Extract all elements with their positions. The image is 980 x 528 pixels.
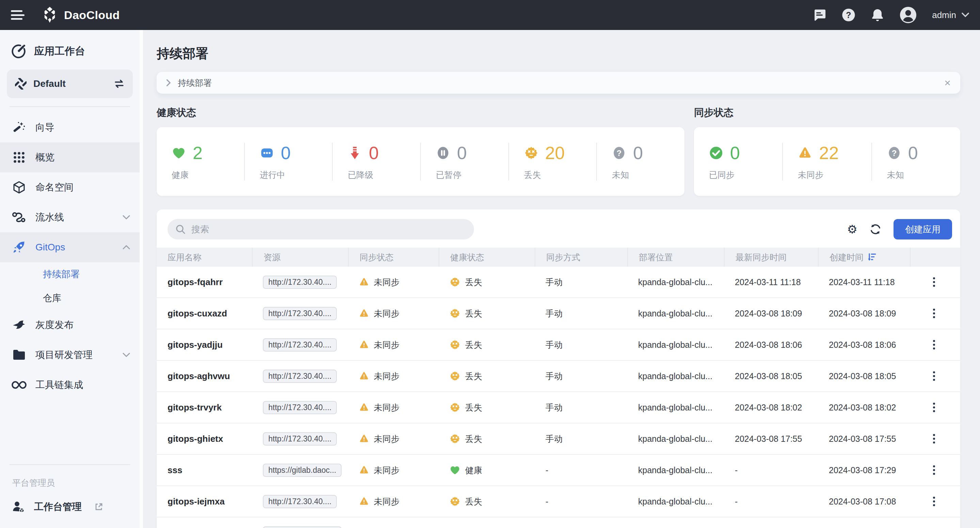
kebab-menu-icon[interactable]: [930, 306, 938, 321]
user-menu[interactable]: admin: [932, 10, 969, 21]
resource-tag[interactable]: http://172.30.40....: [263, 307, 337, 320]
gear-icon[interactable]: ⚙: [847, 223, 858, 235]
sidebar-item-灰度发布[interactable]: 灰度发布: [0, 310, 140, 340]
app-name[interactable]: gitops-fqahrr: [157, 267, 252, 297]
last-sync-time: 2024-03-08 18:05: [724, 361, 818, 391]
sidebar-item-概览[interactable]: 概览: [0, 142, 140, 172]
avatar[interactable]: [899, 6, 917, 24]
kebab-menu-icon[interactable]: [930, 463, 938, 478]
app-name[interactable]: gitops-cuxazd: [157, 298, 252, 329]
stat-value: 0: [369, 143, 379, 163]
workbench-icon: [11, 44, 26, 59]
sidebar-item-label: GitOps: [35, 242, 114, 253]
column-header-资源: 资源: [252, 248, 348, 267]
resource-tag[interactable]: https://gitlab.daoc...: [263, 526, 342, 528]
resource-tag[interactable]: http://172.30.40....: [263, 370, 337, 383]
close-icon[interactable]: ×: [944, 77, 951, 88]
breadcrumb-item[interactable]: 持续部署: [178, 77, 212, 89]
sidebar-item-label: 工具链集成: [35, 378, 130, 391]
chevron-down-icon: [123, 215, 130, 220]
stat-value: 0: [730, 143, 740, 163]
resource-tag[interactable]: http://172.30.40....: [263, 338, 337, 351]
heart-icon: [449, 465, 460, 475]
create-app-button[interactable]: 创建应用: [894, 219, 952, 239]
app-name[interactable]: sss: [157, 455, 252, 485]
sidebar-subitem-持续部署[interactable]: 持续部署: [0, 262, 140, 286]
app-name[interactable]: gitops-iejmxa: [157, 486, 252, 517]
resource-tag[interactable]: http://172.30.40....: [263, 432, 337, 445]
table-row[interactable]: gitops-dixgylhttps://gitlab.daoc...未同步丢失…: [157, 517, 960, 528]
sidebar-item-命名空间[interactable]: 命名空间: [0, 172, 140, 203]
sort-descending-icon[interactable]: [868, 253, 877, 262]
bell-icon[interactable]: [871, 8, 884, 22]
role-label: 平台管理员: [0, 471, 140, 493]
table-header: 应用名称资源同步状态健康状态同步方式部署位置最新同步时间创建时间: [157, 248, 960, 267]
lost-icon: [449, 308, 460, 319]
table-row[interactable]: gitops-trvyrkhttp://172.30.40....未同步丢失手动…: [157, 392, 960, 423]
app-name[interactable]: gitops-dixgyl: [157, 517, 252, 528]
resource-tag[interactable]: https://gitlab.daoc...: [263, 464, 342, 477]
column-header-创建时间: 创建时间: [818, 248, 910, 267]
column-header-actions: [910, 248, 960, 267]
stat-未知: ?0未知: [871, 143, 960, 180]
kebab-menu-icon[interactable]: [930, 431, 938, 446]
sidebar-subitem-仓库[interactable]: 仓库: [0, 286, 140, 310]
chevron-up-icon: [123, 245, 130, 250]
search-input[interactable]: [190, 223, 466, 235]
chat-icon[interactable]: [813, 8, 826, 22]
kebab-menu-icon[interactable]: [930, 368, 938, 384]
sidebar-item-workbench-manage[interactable]: 工作台管理: [0, 493, 140, 521]
sidebar-item-GitOps[interactable]: GitOps: [0, 232, 140, 262]
sidebar-item-向导[interactable]: 向导: [0, 112, 140, 142]
health-status-label: 健康: [465, 465, 482, 476]
table-row[interactable]: gitops-ghietxhttp://172.30.40....未同步丢失手动…: [157, 423, 960, 455]
resource-tag[interactable]: http://172.30.40....: [263, 401, 337, 414]
resource-tag[interactable]: http://172.30.40....: [263, 276, 337, 289]
question-icon: ?: [612, 146, 626, 160]
help-icon[interactable]: ?: [842, 8, 856, 22]
column-label: 应用名称: [167, 252, 202, 263]
kebab-menu-icon[interactable]: [930, 337, 938, 352]
folder-icon: [11, 348, 27, 362]
table-row[interactable]: gitops-cuxazdhttp://172.30.40....未同步丢失手动…: [157, 298, 960, 329]
deploy-location: kpanda-global-clu...: [627, 423, 724, 454]
table-row[interactable]: gitops-fqahrrhttp://172.30.40....未同步丢失手动…: [157, 267, 960, 298]
kebab-menu-icon[interactable]: [930, 525, 938, 528]
table-row[interactable]: gitops-iejmxahttp://172.30.40....未同步丢失-k…: [157, 486, 960, 517]
resource-tag[interactable]: http://172.30.40....: [263, 495, 337, 508]
health-status-label: 丢失: [465, 433, 482, 445]
actions-cell: [910, 267, 960, 297]
warning-icon: [359, 434, 369, 444]
created-time: 2024-03-08 17:08: [818, 486, 910, 517]
refresh-icon[interactable]: [870, 223, 881, 235]
app-name[interactable]: gitops-trvyrk: [157, 392, 252, 423]
kebab-menu-icon[interactable]: [930, 274, 938, 290]
menu-toggle-icon[interactable]: [11, 10, 24, 20]
sync-status-label: 未同步: [374, 465, 399, 476]
deploy-location: kpanda-global-clu...: [627, 329, 724, 360]
actions-cell: [910, 392, 960, 423]
kebab-menu-icon[interactable]: [930, 400, 938, 415]
kebab-menu-icon[interactable]: [930, 494, 938, 509]
sidebar-workbench[interactable]: 应用工作台: [0, 37, 140, 65]
health-status-label: 丢失: [465, 339, 482, 351]
deploy-location: kpanda-global-clu...: [627, 517, 724, 528]
stat-label: 丢失: [524, 169, 597, 180]
table-row[interactable]: gitops-aghvwuhttp://172.30.40....未同步丢失手动…: [157, 361, 960, 392]
health-status-label: 丢失: [465, 308, 482, 319]
actions-cell: [910, 361, 960, 391]
breadcrumb-expand-icon[interactable]: [166, 79, 171, 86]
column-label: 同步方式: [546, 252, 580, 263]
sidebar-item-流水线[interactable]: 流水线: [0, 203, 140, 232]
app-name[interactable]: gitops-ghietx: [157, 423, 252, 454]
app-name[interactable]: gitops-aghvwu: [157, 361, 252, 391]
sync-status-cell: 未同步: [348, 361, 439, 391]
workspace-selector[interactable]: Default: [7, 70, 133, 98]
sidebar-item-工具链集成[interactable]: 工具链集成: [0, 370, 140, 400]
cube-icon: [11, 180, 27, 195]
table-row[interactable]: ssshttps://gitlab.daoc...未同步健康-kpanda-gl…: [157, 455, 960, 486]
sidebar-item-项目研发管理[interactable]: 项目研发管理: [0, 340, 140, 370]
swap-icon[interactable]: [114, 79, 125, 89]
app-name[interactable]: gitops-yadjju: [157, 329, 252, 360]
table-row[interactable]: gitops-yadjjuhttp://172.30.40....未同步丢失手动…: [157, 329, 960, 361]
